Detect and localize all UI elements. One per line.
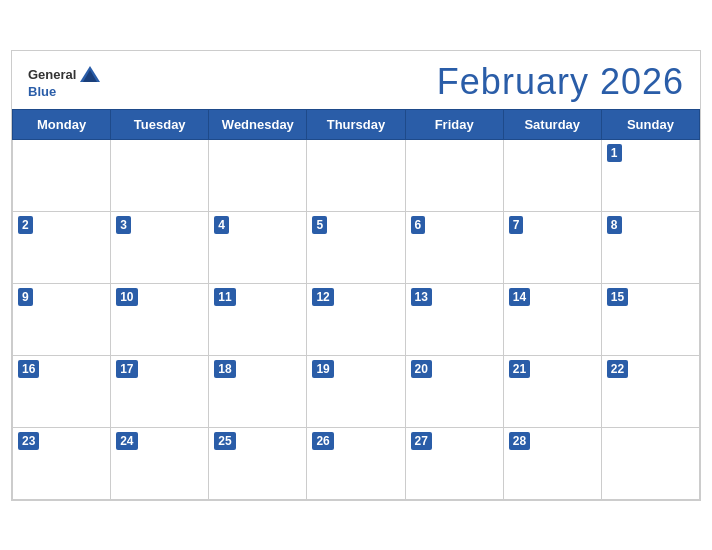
date-number: 8 xyxy=(607,216,622,235)
calendar-cell[interactable]: 11 xyxy=(209,283,307,355)
calendar-cell[interactable]: 20 xyxy=(405,355,503,427)
calendar-cell[interactable] xyxy=(405,139,503,211)
calendar-body: 1234567891011121314151617181920212223242… xyxy=(13,139,700,499)
calendar-cell[interactable]: 5 xyxy=(307,211,405,283)
week-row-2: 2345678 xyxy=(13,211,700,283)
date-number: 11 xyxy=(214,288,235,307)
calendar-cell[interactable]: 27 xyxy=(405,427,503,499)
calendar-header: General Blue February 2026 xyxy=(12,51,700,109)
date-number: 10 xyxy=(116,288,137,307)
week-row-1: 1 xyxy=(13,139,700,211)
header-thursday: Thursday xyxy=(307,109,405,139)
calendar-cell[interactable]: 23 xyxy=(13,427,111,499)
calendar-cell[interactable]: 22 xyxy=(601,355,699,427)
calendar-cell[interactable]: 4 xyxy=(209,211,307,283)
week-row-3: 9101112131415 xyxy=(13,283,700,355)
date-number: 25 xyxy=(214,432,235,451)
calendar-cell[interactable] xyxy=(307,139,405,211)
date-number: 16 xyxy=(18,360,39,379)
header-tuesday: Tuesday xyxy=(111,109,209,139)
date-number: 12 xyxy=(312,288,333,307)
header-friday: Friday xyxy=(405,109,503,139)
date-number: 24 xyxy=(116,432,137,451)
header-saturday: Saturday xyxy=(503,109,601,139)
date-number: 27 xyxy=(411,432,432,451)
date-number: 2 xyxy=(18,216,33,235)
week-row-4: 16171819202122 xyxy=(13,355,700,427)
calendar-cell[interactable]: 25 xyxy=(209,427,307,499)
logo: General Blue xyxy=(28,64,101,99)
logo-icon xyxy=(79,64,101,84)
date-number: 1 xyxy=(607,144,622,163)
date-number: 7 xyxy=(509,216,524,235)
date-number: 4 xyxy=(214,216,229,235)
date-number: 9 xyxy=(18,288,33,307)
date-number: 14 xyxy=(509,288,530,307)
calendar-cell[interactable]: 7 xyxy=(503,211,601,283)
calendar-cell[interactable]: 10 xyxy=(111,283,209,355)
date-number: 23 xyxy=(18,432,39,451)
calendar-cell[interactable]: 24 xyxy=(111,427,209,499)
logo-text-general: General xyxy=(28,67,76,82)
date-number: 15 xyxy=(607,288,628,307)
calendar-cell[interactable]: 21 xyxy=(503,355,601,427)
calendar-cell[interactable]: 6 xyxy=(405,211,503,283)
calendar-cell[interactable]: 2 xyxy=(13,211,111,283)
date-number: 28 xyxy=(509,432,530,451)
calendar-cell[interactable] xyxy=(503,139,601,211)
calendar-cell[interactable]: 19 xyxy=(307,355,405,427)
calendar-cell[interactable] xyxy=(13,139,111,211)
date-number: 18 xyxy=(214,360,235,379)
calendar-container: General Blue February 2026 Monday Tuesda… xyxy=(11,50,701,501)
logo-text-blue: Blue xyxy=(28,84,56,99)
date-number: 20 xyxy=(411,360,432,379)
calendar-cell[interactable]: 17 xyxy=(111,355,209,427)
calendar-cell[interactable]: 15 xyxy=(601,283,699,355)
date-number: 17 xyxy=(116,360,137,379)
week-row-5: 232425262728 xyxy=(13,427,700,499)
date-number: 21 xyxy=(509,360,530,379)
header-sunday: Sunday xyxy=(601,109,699,139)
calendar-cell[interactable]: 13 xyxy=(405,283,503,355)
calendar-grid: Monday Tuesday Wednesday Thursday Friday… xyxy=(12,109,700,500)
calendar-cell[interactable]: 9 xyxy=(13,283,111,355)
calendar-cell[interactable] xyxy=(111,139,209,211)
calendar-cell[interactable] xyxy=(601,427,699,499)
calendar-cell[interactable]: 14 xyxy=(503,283,601,355)
calendar-cell[interactable]: 3 xyxy=(111,211,209,283)
weekday-header-row: Monday Tuesday Wednesday Thursday Friday… xyxy=(13,109,700,139)
calendar-cell[interactable]: 16 xyxy=(13,355,111,427)
header-wednesday: Wednesday xyxy=(209,109,307,139)
header-monday: Monday xyxy=(13,109,111,139)
date-number: 3 xyxy=(116,216,131,235)
calendar-cell[interactable] xyxy=(209,139,307,211)
date-number: 6 xyxy=(411,216,426,235)
calendar-cell[interactable]: 1 xyxy=(601,139,699,211)
calendar-cell[interactable]: 12 xyxy=(307,283,405,355)
month-title: February 2026 xyxy=(437,61,684,103)
calendar-cell[interactable]: 26 xyxy=(307,427,405,499)
calendar-cell[interactable]: 28 xyxy=(503,427,601,499)
date-number: 5 xyxy=(312,216,327,235)
date-number: 22 xyxy=(607,360,628,379)
date-number: 13 xyxy=(411,288,432,307)
calendar-cell[interactable]: 8 xyxy=(601,211,699,283)
calendar-cell[interactable]: 18 xyxy=(209,355,307,427)
date-number: 26 xyxy=(312,432,333,451)
date-number: 19 xyxy=(312,360,333,379)
